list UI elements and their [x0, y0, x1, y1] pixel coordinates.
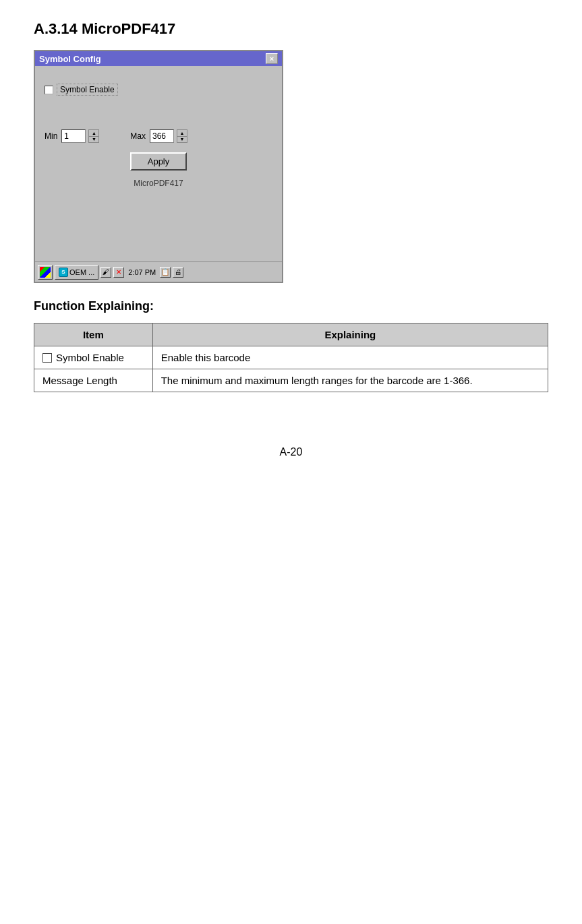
taskbar-icon2[interactable]: ✕: [113, 267, 124, 278]
taskbar-icon1[interactable]: 🖌: [100, 267, 111, 278]
table-explaining-cell: Enable this barcode: [152, 346, 548, 369]
col-header-explaining: Explaining: [152, 324, 548, 346]
max-label: Max: [130, 131, 146, 141]
apply-button[interactable]: Apply: [130, 152, 187, 171]
col-header-item: Item: [34, 324, 153, 346]
table-item-cell: Message Length: [34, 369, 153, 392]
barcode-name-label: MicroPDF417: [45, 179, 272, 188]
taskbar-time: 2:07 PM: [128, 268, 156, 276]
dialog-body: Symbol Enable Min ▲ ▼ Max ▲ ▼: [35, 66, 282, 261]
min-spinner-group: Min ▲ ▼: [45, 129, 99, 143]
dialog-title: Symbol Config: [39, 54, 101, 64]
symbol-enable-row: Symbol Enable: [45, 84, 272, 96]
min-down-arrow[interactable]: ▼: [89, 137, 98, 143]
table-row: Symbol EnableEnable this barcode: [34, 346, 548, 369]
start-icon: [40, 267, 51, 278]
table-row: Message LengthThe minimum and maximum le…: [34, 369, 548, 392]
table-explaining-cell: The minimum and maximum length ranges fo…: [152, 369, 548, 392]
function-explaining-heading: Function Explaining:: [34, 299, 548, 313]
dialog-close-button[interactable]: ×: [266, 53, 278, 64]
max-down-arrow[interactable]: ▼: [177, 137, 187, 143]
min-up-arrow[interactable]: ▲: [89, 130, 98, 137]
table-symbol-enable-checkbox[interactable]: [42, 353, 52, 363]
taskbar: S OEM ... 🖌 ✕ 2:07 PM 📋 🖨: [35, 261, 282, 282]
symbol-enable-label: Symbol Enable: [57, 84, 118, 96]
min-input[interactable]: [61, 129, 86, 143]
taskbar-icon3[interactable]: 📋: [160, 267, 171, 278]
table-item-cell: Symbol Enable: [34, 346, 153, 369]
max-spinner-arrows: ▲ ▼: [177, 129, 187, 143]
table-checkbox-row: Symbol Enable: [42, 352, 144, 363]
oem-label: OEM ...: [69, 268, 94, 276]
table-symbol-enable-label: Symbol Enable: [56, 352, 124, 363]
start-button[interactable]: [38, 265, 53, 280]
apply-btn-row: Apply: [45, 152, 272, 171]
max-input[interactable]: [150, 129, 174, 143]
page-footer: A-20: [34, 446, 548, 458]
max-spinner-group: Max ▲ ▼: [130, 129, 187, 143]
symbol-enable-checkbox[interactable]: [45, 86, 53, 94]
oem-button[interactable]: S OEM ...: [55, 265, 98, 280]
page-heading: A.3.14 MicroPDF417: [34, 20, 548, 38]
max-up-arrow[interactable]: ▲: [177, 130, 187, 137]
dialog-titlebar: Symbol Config ×: [35, 51, 282, 66]
taskbar-icon4[interactable]: 🖨: [173, 267, 183, 278]
min-label: Min: [45, 131, 57, 141]
min-spinner-arrows: ▲ ▼: [88, 129, 99, 143]
explaining-table: Item Explaining Symbol EnableEnable this…: [34, 323, 548, 392]
spinners-row: Min ▲ ▼ Max ▲ ▼: [45, 129, 272, 143]
symbol-config-dialog: Symbol Config × Symbol Enable Min ▲ ▼ Ma…: [34, 50, 283, 283]
